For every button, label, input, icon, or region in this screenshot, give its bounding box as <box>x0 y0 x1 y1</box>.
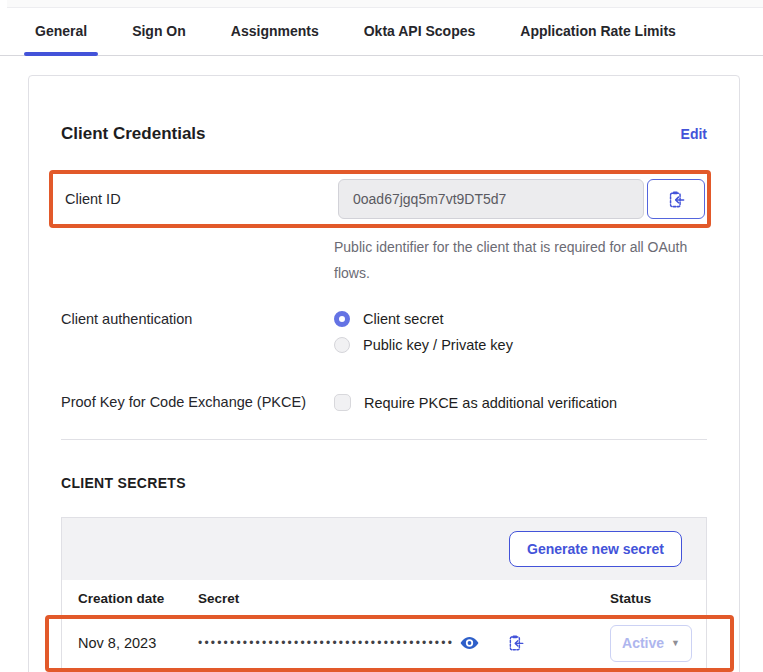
status-dropdown-button[interactable]: Active ▼ <box>610 625 692 662</box>
masked-secret-value: •••••••••••••••••••••••••••••••••••••••• <box>198 636 454 650</box>
header-status: Status <box>610 591 706 606</box>
tab-okta-api-scopes[interactable]: Okta API Scopes <box>353 23 487 55</box>
tab-assignments[interactable]: Assignments <box>220 23 330 55</box>
eye-icon <box>460 636 479 650</box>
general-settings-card: Client Credentials Edit Client ID 0oad67… <box>28 75 740 672</box>
pkce-option-label: Require PKCE as additional verification <box>364 395 617 411</box>
secrets-table-toolbar: Generate new secret <box>62 518 706 580</box>
pkce-checkbox-option[interactable]: Require PKCE as additional verification <box>334 394 617 411</box>
radio-unselected-icon[interactable] <box>334 337 350 353</box>
clipboard-icon <box>507 634 525 652</box>
reveal-secret-button[interactable] <box>460 636 479 650</box>
tab-general[interactable]: General <box>24 23 98 55</box>
chevron-down-icon: ▼ <box>671 638 680 648</box>
radio-client-secret[interactable]: Client secret <box>334 311 513 327</box>
header-creation-date: Creation date <box>78 591 198 606</box>
client-secrets-title: CLIENT SECRETS <box>61 475 707 491</box>
section-divider <box>61 439 707 440</box>
client-credentials-header: Client Credentials Edit <box>61 124 707 144</box>
client-authentication-row: Client authentication Client secret Publ… <box>61 310 707 353</box>
copy-client-id-button[interactable] <box>647 179 705 219</box>
app-tab-bar: General Sign On Assignments Okta API Sco… <box>0 8 763 56</box>
secrets-table-header: Creation date Secret Status <box>62 580 706 617</box>
client-secrets-table: Generate new secret Creation date Secret… <box>61 517 707 670</box>
secret-creation-date: Nov 8, 2023 <box>78 635 198 651</box>
window-top-strip <box>7 0 763 8</box>
tab-application-rate-limits[interactable]: Application Rate Limits <box>509 23 687 55</box>
clipboard-icon <box>667 190 686 209</box>
tab-sign-on[interactable]: Sign On <box>121 23 197 55</box>
client-authentication-label: Client authentication <box>61 310 334 327</box>
radio-selected-icon[interactable] <box>334 311 350 327</box>
radio-client-secret-label: Client secret <box>363 311 444 327</box>
radio-public-private-key-label: Public key / Private key <box>363 337 513 353</box>
client-id-value: 0oad67jgq5m7vt9DT5d7 <box>338 179 644 219</box>
client-id-highlight-box: Client ID 0oad67jgq5m7vt9DT5d7 <box>49 170 711 228</box>
generate-new-secret-button[interactable]: Generate new secret <box>509 531 682 567</box>
radio-public-private-key[interactable]: Public key / Private key <box>334 337 513 353</box>
status-label: Active <box>622 635 664 651</box>
secret-table-row: Nov 8, 2023 ••••••••••••••••••••••••••••… <box>62 617 706 669</box>
copy-secret-button[interactable] <box>507 634 525 652</box>
client-id-help-text: Public identifier for the client that is… <box>334 234 707 286</box>
pkce-row: Proof Key for Code Exchange (PKCE) Requi… <box>61 393 707 411</box>
client-id-label: Client ID <box>65 191 338 207</box>
pkce-label: Proof Key for Code Exchange (PKCE) <box>61 393 334 410</box>
section-title: Client Credentials <box>61 124 206 144</box>
client-id-group: 0oad67jgq5m7vt9DT5d7 <box>338 179 705 219</box>
edit-link[interactable]: Edit <box>681 126 707 142</box>
header-secret: Secret <box>198 591 610 606</box>
secret-cell: •••••••••••••••••••••••••••••••••••••••• <box>198 634 610 652</box>
checkbox-unchecked-icon[interactable] <box>334 394 351 411</box>
